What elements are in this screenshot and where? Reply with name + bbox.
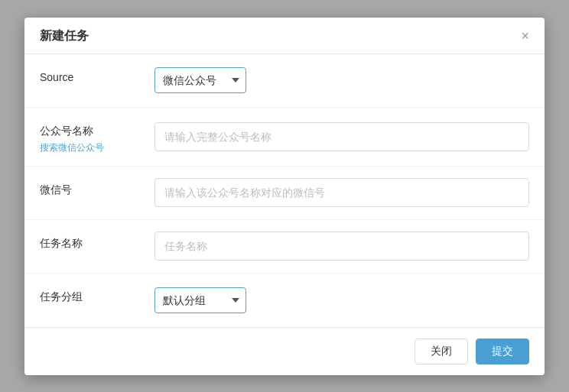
- account-name-control-wrap: [147, 111, 545, 163]
- close-button[interactable]: 关闭: [415, 339, 468, 364]
- task-name-input[interactable]: [154, 232, 529, 261]
- task-group-row: 任务分组 默认分组: [24, 274, 545, 327]
- source-label: Source: [24, 54, 147, 95]
- task-name-row: 任务名称: [24, 220, 545, 274]
- wechat-id-row: 微信号: [24, 167, 545, 220]
- task-group-select[interactable]: 默认分组: [154, 287, 246, 313]
- modal-footer: 关闭 提交: [24, 327, 545, 375]
- task-name-control-wrap: [147, 220, 545, 272]
- search-wechat-link[interactable]: 搜索微信公众号: [40, 141, 132, 154]
- modal-body: Source 微信公众号 公众号名称 搜索微信公众号 微信: [24, 54, 545, 327]
- modal-overlay: 新建任务 × Source 微信公众号 公众号名称 搜索微信公众号: [0, 0, 569, 392]
- task-group-label: 任务分组: [24, 274, 147, 316]
- task-name-label: 任务名称: [24, 220, 147, 262]
- modal-title: 新建任务: [40, 28, 89, 44]
- account-name-row: 公众号名称 搜索微信公众号: [24, 108, 545, 167]
- submit-button[interactable]: 提交: [476, 339, 529, 364]
- wechat-id-control-wrap: [147, 167, 545, 219]
- modal-dialog: 新建任务 × Source 微信公众号 公众号名称 搜索微信公众号: [24, 18, 545, 375]
- modal-header: 新建任务 ×: [24, 18, 545, 54]
- wechat-id-input[interactable]: [154, 178, 529, 207]
- account-name-input[interactable]: [154, 122, 529, 151]
- task-group-control-wrap: 默认分组: [147, 276, 545, 325]
- account-name-label: 公众号名称: [40, 125, 132, 138]
- source-select[interactable]: 微信公众号: [154, 67, 246, 93]
- wechat-id-label: 微信号: [24, 167, 147, 209]
- source-control-wrap: 微信公众号: [147, 56, 545, 105]
- account-name-label-group: 公众号名称 搜索微信公众号: [24, 108, 147, 166]
- source-row: Source 微信公众号: [24, 54, 545, 108]
- close-icon-button[interactable]: ×: [521, 29, 529, 43]
